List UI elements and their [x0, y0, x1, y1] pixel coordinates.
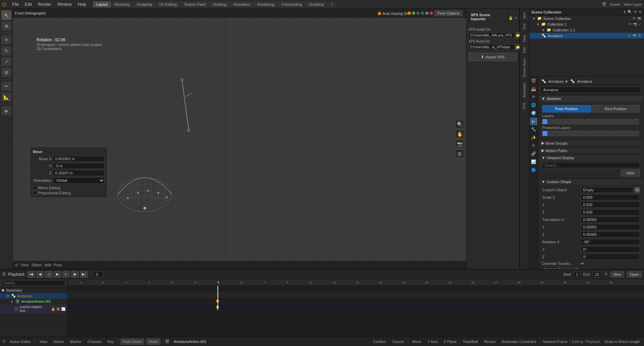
timeline-search[interactable]	[2, 280, 65, 286]
outliner-search-icon[interactable]: 🔍	[627, 10, 632, 14]
confirm-btn[interactable]: Confirm	[371, 339, 388, 344]
move-z-value[interactable]: 0.10187 m	[53, 170, 105, 176]
render-icon-3[interactable]: 📷	[632, 34, 637, 38]
tab-animation[interactable]: Animation	[522, 80, 527, 99]
workspace-sculpting[interactable]: Sculpting	[133, 1, 155, 7]
stash-btn[interactable]: Stash	[146, 339, 160, 345]
tab-tool[interactable]: Tool	[522, 22, 527, 32]
vis-icon-1[interactable]: 👁	[628, 22, 632, 26]
rotate-tool[interactable]: ↻	[1, 46, 12, 56]
mirror-editing-check[interactable]: Mirror Editing	[33, 186, 105, 190]
xps-lock-icon[interactable]: 🔒	[508, 16, 513, 20]
end-value[interactable]: 15	[593, 271, 601, 277]
workspace-texture-paint[interactable]: Texture Paint	[181, 1, 209, 7]
viewport-hide-btn[interactable]: Hide	[621, 170, 640, 176]
workspace-uv-editing[interactable]: UV Editing	[156, 1, 180, 7]
tab-xps[interactable]: XPS	[522, 101, 527, 112]
layer-8[interactable]	[585, 119, 590, 124]
workspace-layout[interactable]: Layout	[93, 1, 111, 7]
outliner-item-3[interactable]: 🦴 Armature 👁 📷 🗄	[529, 33, 644, 39]
viewport[interactable]: Front Orthographic 🔒 ✕ Rotation: -52.06 …	[13, 9, 466, 269]
prot-layer-12[interactable]	[609, 131, 615, 136]
pose-position-btn[interactable]: Pose Position	[542, 105, 591, 113]
bone-groups-header[interactable]: ▶ Bone Groups	[539, 140, 643, 146]
trackball-btn[interactable]: TrackBall	[461, 339, 480, 344]
vp-pose-menu[interactable]: Pose	[54, 263, 62, 267]
viewport-camera-icon[interactable]: 📷	[455, 140, 464, 148]
prop-physics-icon[interactable]: ⚙	[530, 142, 537, 149]
move-x-value[interactable]: 0.001852 m	[53, 156, 105, 162]
cancel-btn[interactable]: Cancel	[390, 339, 406, 344]
track-row-armature[interactable]	[68, 292, 644, 298]
menu-render[interactable]: Render	[35, 1, 54, 7]
prot-layer-4[interactable]	[560, 131, 566, 136]
layer-6[interactable]	[573, 119, 578, 124]
workspace-compositing[interactable]: Compositing	[278, 1, 305, 7]
transform-tool[interactable]: ⊞	[1, 67, 12, 77]
xps-close-icon[interactable]: ✕	[514, 16, 517, 20]
viewport-display-header[interactable]: ▼ Viewport Display	[539, 154, 643, 161]
prot-layer-9[interactable]	[591, 131, 596, 136]
prot-layer-13[interactable]	[615, 131, 621, 136]
layer-2[interactable]	[548, 119, 554, 124]
timeline-ch-control[interactable]: ⬛ control rotation sca... 🔒 🔕 📈	[0, 304, 67, 313]
outliner-settings-icon[interactable]: ⚙	[639, 10, 642, 14]
outliner-item-2[interactable]: ▼ 📁 Collection 1.1	[529, 27, 644, 33]
prot-layer-5[interactable]	[567, 131, 572, 136]
bottom-key-menu[interactable]: Key	[106, 339, 116, 344]
next-frame-btn[interactable]: ▶	[71, 271, 79, 278]
auto-constraint-btn[interactable]: Automatic Constraint	[500, 339, 538, 344]
viewport-grid-icon[interactable]: ⊞	[455, 149, 464, 158]
extra-tool[interactable]: ◈	[1, 106, 12, 116]
prot-layer-7[interactable]	[579, 131, 584, 136]
xps-install-dir-input[interactable]	[468, 32, 515, 38]
prop-scene-icon[interactable]: 🌐	[530, 101, 537, 109]
outliner-item-0[interactable]: ▼ 📁 Scene Collection 👁 📷	[529, 16, 644, 21]
y-axis-btn[interactable]: Y Axis	[426, 339, 440, 344]
menu-file[interactable]: File	[9, 1, 21, 7]
scale-tool[interactable]: ⤢	[1, 56, 12, 67]
prot-layer-16[interactable]	[634, 131, 639, 136]
tab-edit[interactable]: Edit	[522, 45, 527, 55]
layer-14[interactable]	[621, 119, 627, 124]
prop-particles-icon[interactable]: ✨	[530, 134, 537, 141]
tab-screen-keys[interactable]: Screen Keys	[522, 56, 527, 80]
jump-end-btn[interactable]: ▶|	[80, 271, 88, 278]
layer-7[interactable]	[579, 119, 584, 124]
layer-1[interactable]	[542, 119, 548, 124]
outliner-item-1[interactable]: ▼ 📁 Collection 1 👁 📷 ✓	[529, 21, 644, 27]
prot-layer-3[interactable]	[554, 131, 560, 136]
scale-bone-length-btn[interactable]: Scale to Bone Length	[602, 339, 642, 344]
override-icon[interactable]: ↩	[581, 261, 584, 266]
prop-render-icon[interactable]: 🎬	[530, 77, 537, 84]
render-icon-1[interactable]: 📷	[633, 22, 637, 26]
rot-y-value[interactable]: 0°	[581, 246, 640, 252]
layer-13[interactable]	[615, 119, 621, 124]
vd-search-input[interactable]	[542, 162, 640, 168]
skeleton-header[interactable]: ▼ Skeleton	[539, 96, 643, 102]
ch-graph-icon[interactable]: 📈	[61, 307, 65, 311]
proportional-editing-check[interactable]: Proportional Editing	[33, 191, 105, 195]
proportional-editing-box[interactable]	[33, 191, 37, 195]
track-row-control[interactable]	[68, 304, 644, 310]
xps-asset-dir-input[interactable]	[468, 44, 515, 50]
track-row-summary[interactable]	[68, 286, 644, 292]
prop-data-icon[interactable]: 📊	[530, 158, 537, 166]
prot-layer-2[interactable]	[548, 131, 554, 136]
keyframe-control-5[interactable]	[215, 305, 219, 309]
vp-select-menu[interactable]: Select	[31, 263, 42, 267]
outliner-filter-icon[interactable]: ⬇	[623, 10, 626, 14]
workspace-rendering[interactable]: Rendering	[254, 1, 278, 7]
exclude-icon-1[interactable]: ✓	[639, 22, 641, 26]
prev-key-btn[interactable]: ◁	[45, 271, 52, 278]
z-plane-btn[interactable]: Z Plane	[442, 339, 459, 344]
vis-icon-0[interactable]: 👁	[632, 17, 636, 20]
render-icon-0[interactable]: 📷	[637, 17, 641, 20]
workspace-shading[interactable]: Shading	[209, 1, 230, 7]
trans-y-value[interactable]: 0.00000	[581, 224, 640, 230]
trans-x-value[interactable]: 0.00000	[581, 217, 640, 223]
play-btn[interactable]: ▶	[54, 271, 61, 278]
keyframe-5[interactable]	[215, 299, 219, 303]
track-row-action[interactable]	[68, 298, 644, 304]
move-tool[interactable]: ✛	[1, 35, 12, 45]
